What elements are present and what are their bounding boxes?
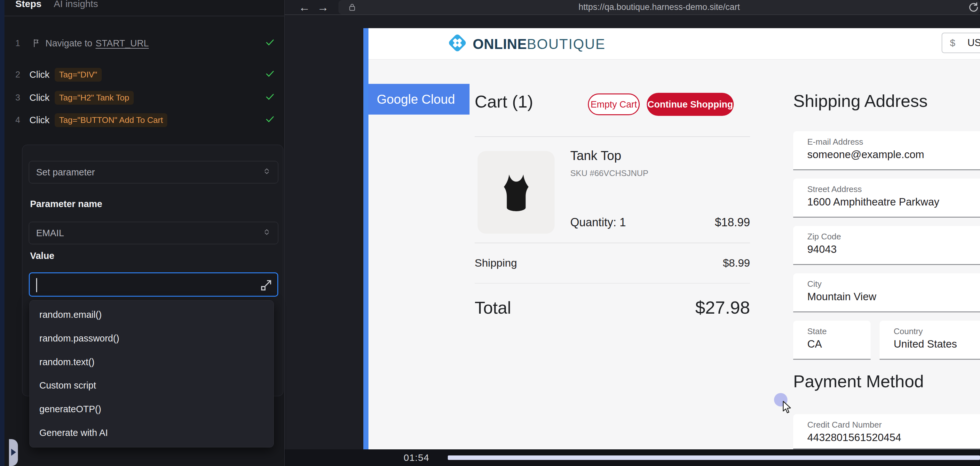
- dropdown-option-random-email[interactable]: random.email(): [30, 303, 274, 327]
- credit-card-label: Credit Card Number: [807, 420, 882, 430]
- dropdown-option-generate-otp[interactable]: generateOTP(): [30, 397, 274, 421]
- check-icon: [266, 115, 274, 124]
- shipping-address-title: Shipping Address: [793, 91, 928, 111]
- step-number: 2: [15, 70, 25, 80]
- city-field-label: City: [807, 279, 822, 289]
- shipping-cost-value: $8.99: [635, 257, 750, 269]
- value-suggestions-dropdown: random.email() random.password() random.…: [29, 300, 274, 447]
- value-input[interactable]: [29, 272, 278, 297]
- currency-symbol: $: [950, 37, 955, 48]
- total-value: $27.98: [603, 297, 750, 318]
- cart-title: Cart (1): [475, 91, 533, 112]
- country-field-label: Country: [894, 326, 923, 337]
- url-text: https://qa.boutique.harness-demo.site/ca…: [338, 0, 980, 14]
- flag-icon: [33, 39, 41, 48]
- step-row-click-div[interactable]: 2 Click Tag="DIV": [15, 67, 274, 82]
- currency-code: USD: [967, 37, 980, 49]
- country-field-value: United States: [894, 338, 957, 350]
- forward-icon[interactable]: →: [317, 0, 329, 15]
- brand-bold: ONLINE: [473, 36, 527, 52]
- check-icon: [266, 39, 274, 48]
- back-icon[interactable]: ←: [299, 0, 310, 15]
- dropdown-option-random-text[interactable]: random.text(): [30, 350, 274, 374]
- address-bar[interactable]: https://qa.boutique.harness-demo.site/ca…: [338, 0, 980, 14]
- state-field[interactable]: State CA: [793, 321, 870, 360]
- text-caret: [36, 278, 37, 292]
- steps-sidebar: Steps AI insights 1 Navigate to START_UR…: [5, 0, 285, 466]
- country-field[interactable]: Country United States: [880, 321, 980, 360]
- online-boutique-logo-icon[interactable]: [447, 33, 468, 54]
- google-cloud-ribbon: Google Cloud: [369, 84, 469, 115]
- credit-card-value: 4432801561520454: [807, 431, 901, 444]
- shipping-cost-label: Shipping: [475, 257, 517, 269]
- cart-item-name[interactable]: Tank Top: [570, 148, 621, 163]
- step-action: Navigate to: [45, 38, 92, 49]
- expand-editor-icon[interactable]: [259, 278, 273, 293]
- left-rail: [0, 0, 5, 466]
- action-select[interactable]: Set parameter: [29, 161, 278, 184]
- action-select-value: Set parameter: [36, 167, 95, 178]
- step-row-click-h2[interactable]: 3 Click Tag="H2" Tank Top: [15, 90, 274, 105]
- cart-item-price: $18.99: [635, 216, 750, 229]
- street-field-label: Street Address: [807, 184, 862, 194]
- zip-field-label: Zip Code: [807, 232, 841, 242]
- empty-cart-button[interactable]: Empty Cart: [588, 93, 640, 115]
- timeline-progress-track[interactable]: [448, 455, 980, 460]
- mouse-cursor-icon: [780, 400, 794, 416]
- browser-toolbar: ← → https://qa.boutique.harness-demo.sit…: [285, 0, 980, 15]
- step-target-badge[interactable]: Tag="BUTTON" Add To Cart: [55, 113, 168, 127]
- product-image-tank-top: [477, 151, 555, 234]
- brand-wordmark[interactable]: ONLINEBOUTIQUE: [473, 37, 606, 52]
- email-field-value: someone@example.com: [807, 148, 924, 161]
- sidebar-collapse-toggle[interactable]: [9, 439, 18, 466]
- parameter-name-value: EMAIL: [36, 228, 64, 238]
- state-field-label: State: [807, 326, 827, 337]
- city-field[interactable]: City Mountain View: [793, 273, 980, 312]
- tab-ai-insights[interactable]: AI insights: [54, 0, 98, 10]
- step-target-badge[interactable]: Tag="DIV": [55, 68, 102, 81]
- value-label: Value: [30, 251, 54, 261]
- dropdown-option-custom-script[interactable]: Custom script: [30, 374, 274, 397]
- parameter-name-label: Parameter name: [30, 199, 102, 209]
- tab-steps[interactable]: Steps: [15, 0, 41, 10]
- divider: [475, 136, 750, 137]
- email-field-label: E-mail Address: [807, 137, 863, 147]
- play-icon: [11, 449, 16, 456]
- chevron-updown-icon: [262, 228, 271, 238]
- credit-card-number-field[interactable]: Credit Card Number 4432801561520454: [793, 414, 980, 449]
- dropdown-option-random-password[interactable]: random.password(): [30, 327, 274, 351]
- step-number: 1: [15, 38, 25, 48]
- divider: [475, 283, 750, 284]
- step-row-click-button[interactable]: 4 Click Tag="BUTTON" Add To Cart: [15, 112, 274, 128]
- timeline-timestamp: 01:54: [404, 449, 429, 466]
- step-action: Click: [29, 93, 49, 103]
- tabbar-divider: [5, 16, 285, 16]
- replay-timeline-bar: 01:54: [285, 449, 980, 466]
- step-target-badge[interactable]: Tag="H2" Tank Top: [55, 91, 134, 105]
- brand-light: BOUTIQUE: [527, 36, 606, 52]
- email-field[interactable]: E-mail Address someone@example.com: [793, 131, 980, 170]
- state-field-value: CA: [807, 338, 822, 350]
- zip-code-field[interactable]: Zip Code 94043: [793, 226, 980, 265]
- viewport-accent-edge: [363, 28, 369, 449]
- dropdown-option-generate-with-ai[interactable]: Generate with AI: [30, 421, 274, 445]
- boutique-page: ONLINEBOUTIQUE $ USD Google Cloud Cart (…: [369, 28, 980, 449]
- cart-item-sku: SKU #66VCHSJNUP: [570, 168, 648, 178]
- step-action: Click: [29, 115, 49, 126]
- payment-method-title: Payment Method: [793, 371, 924, 391]
- parameter-name-select[interactable]: EMAIL: [29, 222, 278, 244]
- tank-top-illustration: [497, 171, 536, 214]
- step-target-link[interactable]: START_URL: [95, 38, 149, 49]
- street-field-value: 1600 Amphitheatre Parkway: [807, 196, 939, 208]
- street-address-field[interactable]: Street Address 1600 Amphitheatre Parkway: [793, 179, 980, 218]
- continue-shopping-button[interactable]: Continue Shopping: [647, 93, 734, 116]
- site-header: ONLINEBOUTIQUE $ USD: [369, 28, 980, 59]
- cart-item-quantity: Quantity: 1: [570, 216, 626, 229]
- step-action: Click: [29, 69, 49, 80]
- zip-field-value: 94043: [807, 243, 837, 255]
- reload-icon[interactable]: [968, 2, 979, 14]
- currency-select[interactable]: $ USD: [942, 33, 980, 53]
- step-number: 4: [15, 115, 25, 125]
- divider: [475, 243, 750, 243]
- step-row-navigate[interactable]: 1 Navigate to START_URL: [15, 35, 274, 51]
